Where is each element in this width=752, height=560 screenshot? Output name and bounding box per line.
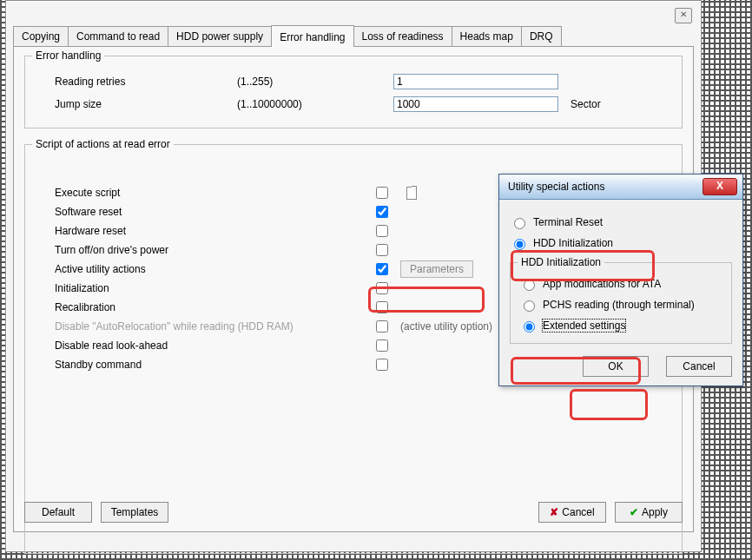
script-option-checkbox[interactable]	[376, 187, 388, 199]
radio-terminal-reset[interactable]: Terminal Reset	[510, 212, 732, 233]
script-option-label: Turn off/on drive's power	[37, 244, 376, 256]
script-option-checkbox[interactable]	[376, 282, 388, 294]
tab-error-handling[interactable]: Error handling	[271, 25, 353, 47]
tab-copying[interactable]: Copying	[13, 26, 69, 46]
script-option-label: Disable "AutoRelocation" while reading (…	[37, 320, 376, 333]
tab-drq[interactable]: DRQ	[521, 26, 562, 46]
script-option-checkbox[interactable]	[376, 301, 388, 313]
templates-button[interactable]: Templates	[101, 502, 168, 523]
reading-retries-hint: (1..255)	[237, 76, 393, 88]
ok-button[interactable]: OK	[583, 356, 649, 377]
tab-heads-map[interactable]: Heads map	[452, 26, 522, 46]
dialog-button-bar: Default Templates ✘Cancel ✔Apply	[24, 502, 683, 523]
tab-command-to-read[interactable]: Command to read	[68, 26, 168, 46]
radio-input[interactable]	[524, 280, 535, 291]
radio-hdd-initialization[interactable]: HDD Initialization	[510, 233, 732, 254]
reading-retries-input[interactable]	[393, 74, 558, 89]
apply-icon: ✔	[630, 506, 638, 518]
script-option-checkbox[interactable]	[376, 339, 388, 352]
default-button[interactable]: Default	[24, 502, 92, 523]
tab-hdd-power-supply[interactable]: HDD power supply	[168, 26, 272, 46]
script-option-checkbox[interactable]	[376, 359, 388, 371]
radio-extended-settings[interactable]: Extended settings	[519, 315, 722, 336]
radio-label: Terminal Reset	[533, 216, 603, 228]
script-option-label: Recalibration	[37, 301, 376, 313]
cancel-button[interactable]: ✘Cancel	[538, 502, 606, 523]
group-title: Error handling	[32, 49, 104, 62]
radio-app-modifications-for-ata[interactable]: App modifications for ATA	[519, 273, 722, 294]
tab-loss-of-readiness[interactable]: Loss of readiness	[353, 26, 452, 46]
document-icon[interactable]	[404, 186, 418, 200]
script-option-label: Standby command	[37, 359, 376, 371]
radio-label: HDD Initialization	[533, 237, 613, 249]
radio-input[interactable]	[514, 218, 525, 229]
tab-bar: CopyingCommand to readHDD power supplyEr…	[13, 25, 694, 46]
active-utility-option-label: (active utility option)	[400, 320, 492, 333]
popup-title: Utility special actions	[508, 181, 703, 193]
script-option-label: Hardware reset	[37, 225, 376, 237]
script-option-checkbox[interactable]	[376, 263, 388, 275]
jump-size-unit: Sector	[558, 98, 601, 110]
jump-size-input[interactable]	[393, 96, 558, 112]
radio-pchs-reading-through-terminal-[interactable]: PCHS reading (through terminal)	[519, 294, 722, 315]
reading-retries-label: Reading retries	[37, 76, 237, 88]
jump-size-label: Jump size	[37, 98, 237, 110]
radio-label: PCHS reading (through terminal)	[543, 299, 695, 311]
group-hdd-initialization: HDD Initialization App modifications for…	[510, 262, 732, 344]
group-error-handling: Error handling Reading retries (1..255) …	[24, 56, 683, 128]
parameters-button[interactable]: Parameters	[400, 260, 473, 278]
script-option-checkbox[interactable]	[376, 206, 388, 218]
radio-input[interactable]	[514, 239, 525, 250]
radio-input[interactable]	[524, 321, 535, 333]
script-option-label: Active utility actions	[37, 263, 376, 275]
script-option-label: Software reset	[37, 206, 376, 218]
script-option-checkbox[interactable]	[376, 225, 388, 237]
script-option-checkbox[interactable]	[376, 320, 388, 333]
cancel-icon: ✘	[550, 506, 558, 518]
radio-label: App modifications for ATA	[543, 278, 661, 290]
popup-cancel-button[interactable]: Cancel	[666, 356, 732, 377]
popup-close-button[interactable]: X	[703, 178, 737, 195]
script-option-label: Execute script	[37, 187, 376, 199]
window-close-icon[interactable]: ✕	[675, 8, 692, 23]
popup-titlebar: Utility special actions X	[499, 175, 742, 200]
script-option-checkbox[interactable]	[376, 244, 388, 256]
group-title: Script of actions at read error	[32, 138, 174, 150]
group-title: HDD Initialization	[518, 256, 604, 268]
script-option-label: Disable read look-ahead	[37, 339, 376, 352]
radio-input[interactable]	[524, 300, 535, 312]
utility-special-actions-dialog: Utility special actions X Terminal Reset…	[498, 174, 743, 386]
script-option-label: Initialization	[37, 282, 376, 294]
jump-size-hint: (1..10000000)	[237, 98, 393, 110]
apply-button[interactable]: ✔Apply	[615, 502, 683, 523]
radio-label: Extended settings	[543, 320, 625, 332]
